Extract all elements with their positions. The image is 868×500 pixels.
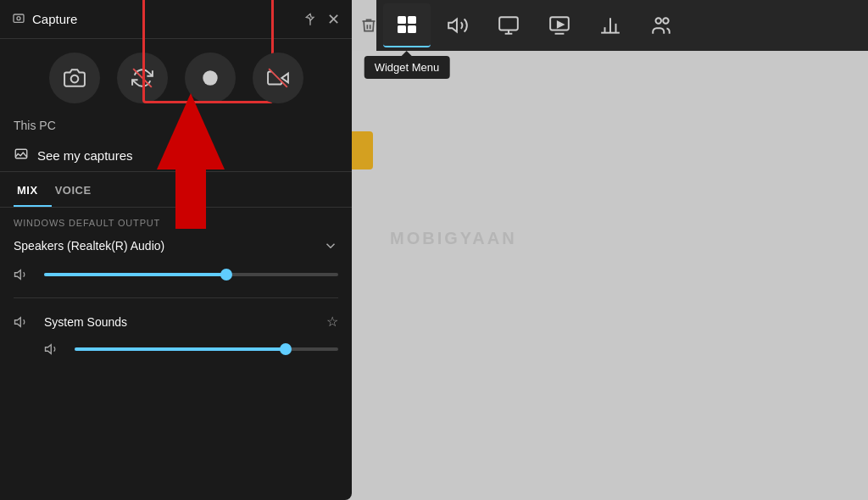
panel-header: Capture ✕ [0,0,352,39]
system-sounds-vol-icon [44,342,64,357]
system-sounds-slider-track[interactable] [75,347,338,351]
top-bar [352,0,376,51]
speakers-chevron[interactable] [323,238,338,253]
speakers-name: Speakers (Realtek(R) Audio) [14,239,164,253]
svg-point-21 [70,75,78,83]
volume-slider-row [0,258,352,291]
volume-slider-fill [44,273,226,276]
svg-marker-24 [281,74,288,83]
screenshot-button[interactable] [49,53,100,103]
tab-mix[interactable]: MIX [14,174,52,207]
svg-point-23 [203,70,217,85]
svg-marker-29 [46,345,52,354]
svg-rect-18 [14,14,24,22]
system-sounds-row: System Sounds ☆ [0,305,352,338]
panel-title: Capture [32,12,303,26]
svg-marker-10 [558,22,564,28]
favorite-icon[interactable]: ☆ [326,314,338,330]
chart-widget-button[interactable] [587,3,634,47]
svg-point-16 [656,18,662,23]
svg-marker-27 [15,270,21,280]
system-sounds-slider-row [0,338,352,365]
svg-rect-4 [408,25,416,33]
tab-voice[interactable]: VOICE [52,174,105,207]
svg-rect-2 [408,16,416,24]
svg-rect-3 [398,25,406,33]
pin-button[interactable] [303,13,317,26]
system-sounds-slider-thumb[interactable] [280,343,292,355]
svg-marker-28 [15,317,21,326]
people-widget-button[interactable] [637,3,685,47]
speakers-row: Speakers (Realtek(R) Audio) [0,233,352,258]
system-sounds-icon [14,314,34,330]
svg-rect-1 [398,16,406,24]
widget-bar: Widget Menu [376,0,868,51]
divider [14,297,338,298]
capture-panel: Capture ✕ [0,0,352,500]
svg-rect-26 [15,149,27,158]
watermark-text: MOBIGYAAN [390,229,517,248]
volume-slider-track[interactable] [44,273,338,276]
volume-widget-button[interactable] [434,3,481,47]
volume-icon [14,267,34,282]
system-sounds-slider-fill [75,347,286,351]
svg-rect-6 [499,17,518,30]
red-arrow [157,93,225,229]
media-widget-button[interactable] [536,3,583,47]
svg-point-19 [17,16,20,19]
system-sounds-label: System Sounds [44,315,316,329]
svg-marker-5 [448,19,457,31]
arrow-stem [175,169,206,229]
capture-panel-icon [12,13,25,26]
arrow-head [157,93,225,169]
see-captures-label: See my captures [37,148,133,163]
widget-menu-button[interactable]: Widget Menu [383,3,431,47]
no-camera-button[interactable] [253,53,303,103]
gallery-icon [14,147,29,163]
close-button[interactable]: ✕ [327,10,340,29]
svg-point-17 [663,18,669,23]
delete-icon[interactable] [360,17,377,34]
widget-menu-tooltip: Widget Menu [364,56,450,79]
volume-slider-thumb[interactable] [220,269,232,281]
svg-line-22 [133,69,152,87]
display-widget-button[interactable] [485,3,532,47]
